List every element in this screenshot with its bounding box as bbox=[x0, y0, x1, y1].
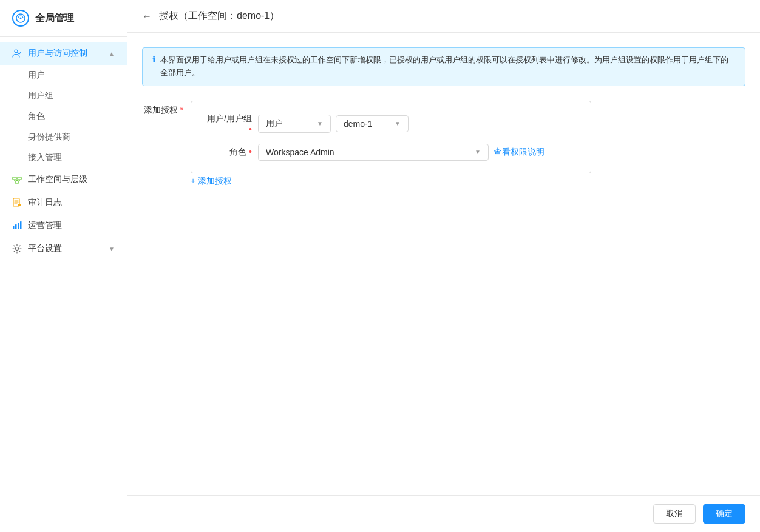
user-name-chevron-icon: ▼ bbox=[395, 120, 401, 127]
sidebar-item-audit-log[interactable]: 审计日志 bbox=[0, 191, 127, 214]
svg-point-2 bbox=[15, 50, 18, 53]
svg-rect-11 bbox=[20, 221, 22, 229]
add-permission-row: 添加授权 * 用户/用户组 • bbox=[142, 101, 745, 187]
sidebar-group-user-access: 用户与访问控制 ▲ 用户 用户组 角色 身份提供商 接入管理 bbox=[0, 42, 127, 168]
role-field-label: 角色 • bbox=[203, 147, 258, 158]
view-permission-link[interactable]: 查看权限说明 bbox=[494, 147, 545, 158]
info-icon: ℹ bbox=[152, 55, 155, 64]
svg-rect-9 bbox=[15, 224, 17, 229]
settings-icon bbox=[12, 244, 22, 254]
sidebar-item-platform-label: 平台设置 bbox=[28, 243, 62, 254]
role-chevron-icon: ▼ bbox=[475, 149, 481, 155]
svg-point-12 bbox=[16, 247, 19, 251]
main-content: ← 授权（工作空间：demo-1） ℹ 本界面仅用于给用户或用户组在未授权过的工… bbox=[127, 0, 760, 532]
svg-rect-7 bbox=[18, 204, 21, 206]
audit-icon bbox=[12, 198, 22, 207]
sidebar-item-platform-settings[interactable]: 平台设置 ▼ bbox=[0, 237, 127, 260]
page-footer: 取消 确定 bbox=[127, 495, 760, 532]
role-required: • bbox=[249, 147, 252, 157]
svg-rect-10 bbox=[18, 223, 19, 229]
user-group-row: 用户/用户组 • 用户 ▼ demo-1 bbox=[203, 113, 578, 134]
required-mark: * bbox=[180, 105, 183, 115]
back-button[interactable]: ← bbox=[142, 11, 152, 22]
sidebar-header: 全局管理 bbox=[0, 0, 127, 37]
sidebar-item-ops-management[interactable]: 运营管理 bbox=[0, 214, 127, 237]
sidebar-nav: 用户与访问控制 ▲ 用户 用户组 角色 身份提供商 接入管理 bbox=[0, 37, 127, 532]
svg-rect-5 bbox=[15, 181, 19, 183]
add-permission-link[interactable]: + 添加授权 bbox=[191, 176, 745, 187]
info-alert-text: 本界面仅用于给用户或用户组在未授权过的工作空间下新增权限，已授权的用户或用户组的… bbox=[160, 54, 735, 79]
app-title: 全局管理 bbox=[35, 12, 74, 25]
role-row: 角色 • Workspace Admin ▼ 查看权限说明 bbox=[203, 144, 578, 161]
page-header: ← 授权（工作空间：demo-1） bbox=[127, 0, 760, 33]
grant-block: 用户/用户组 • 用户 ▼ demo-1 bbox=[191, 101, 591, 173]
svg-rect-8 bbox=[13, 226, 15, 229]
sidebar-sub-item-access-management[interactable]: 接入管理 bbox=[0, 147, 127, 168]
sidebar-sub-item-user-groups[interactable]: 用户组 bbox=[0, 86, 127, 106]
add-permission-label: 添加授权 * bbox=[142, 101, 191, 116]
user-group-required: • bbox=[249, 124, 252, 134]
form-section: 添加授权 * 用户/用户组 • bbox=[142, 101, 745, 187]
page-title: 授权（工作空间：demo-1） bbox=[159, 10, 279, 22]
user-type-chevron-icon: ▼ bbox=[317, 120, 323, 127]
user-type-select[interactable]: 用户 ▼ bbox=[258, 115, 331, 133]
sidebar-item-workspace-hierarchy[interactable]: 工作空间与层级 bbox=[0, 168, 127, 191]
ops-icon bbox=[12, 221, 22, 231]
workspace-icon bbox=[12, 175, 22, 184]
form-content: 用户/用户组 • 用户 ▼ demo-1 bbox=[191, 101, 745, 187]
page-body: ℹ 本界面仅用于给用户或用户组在未授权过的工作空间下新增权限，已授权的用户或用户… bbox=[127, 33, 760, 495]
sidebar-item-user-access[interactable]: 用户与访问控制 ▲ bbox=[0, 42, 127, 65]
sidebar-item-workspace-label: 工作空间与层级 bbox=[28, 174, 87, 185]
user-access-icon bbox=[12, 49, 22, 58]
svg-point-1 bbox=[20, 18, 22, 19]
sidebar-item-ops-label: 运营管理 bbox=[28, 220, 62, 231]
sidebar-item-user-access-label: 用户与访问控制 bbox=[28, 48, 87, 59]
sidebar-sub-item-identity-providers[interactable]: 身份提供商 bbox=[0, 127, 127, 147]
svg-rect-4 bbox=[18, 177, 21, 180]
cancel-button[interactable]: 取消 bbox=[653, 504, 696, 524]
role-select[interactable]: Workspace Admin ▼ bbox=[258, 144, 489, 161]
sidebar-item-audit-label: 审计日志 bbox=[28, 197, 62, 208]
chevron-down-icon: ▼ bbox=[109, 246, 115, 252]
user-group-field-label: 用户/用户组 • bbox=[203, 113, 258, 134]
svg-rect-3 bbox=[13, 177, 16, 180]
user-group-controls: 用户 ▼ demo-1 ▼ bbox=[258, 115, 578, 133]
role-controls: Workspace Admin ▼ 查看权限说明 bbox=[258, 144, 578, 161]
sidebar: 全局管理 用户与访问控制 ▲ 用户 用户组 bbox=[0, 0, 127, 532]
confirm-button[interactable]: 确定 bbox=[703, 504, 745, 524]
chevron-up-icon: ▲ bbox=[109, 50, 115, 57]
sidebar-sub-item-roles[interactable]: 角色 bbox=[0, 106, 127, 127]
sidebar-sub-item-users[interactable]: 用户 bbox=[0, 65, 127, 86]
info-alert: ℹ 本界面仅用于给用户或用户组在未授权过的工作空间下新增权限，已授权的用户或用户… bbox=[142, 47, 745, 86]
user-name-select[interactable]: demo-1 ▼ bbox=[336, 115, 409, 132]
app-logo-icon bbox=[12, 10, 29, 27]
